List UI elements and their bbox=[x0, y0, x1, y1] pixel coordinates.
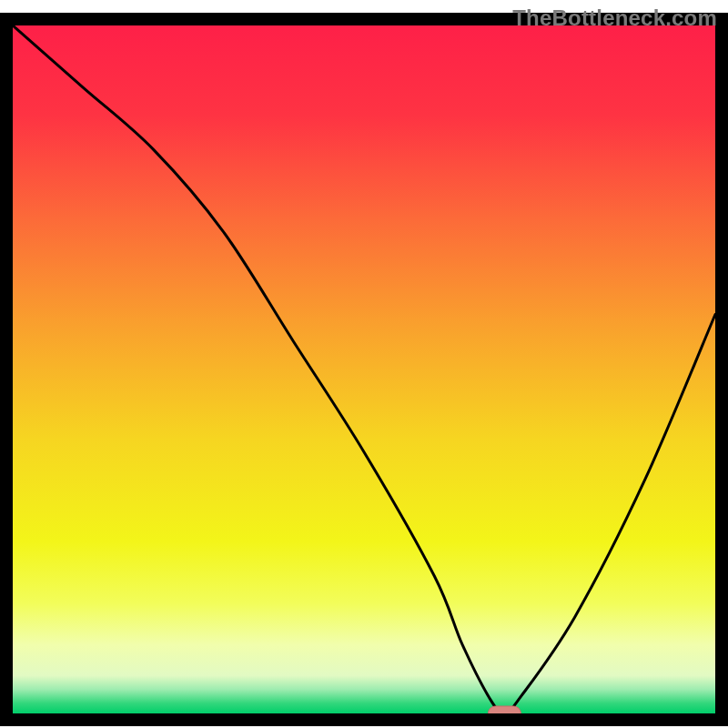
plot-gradient-background bbox=[13, 25, 715, 713]
watermark-text: TheBottleneck.com bbox=[512, 5, 717, 31]
chart-canvas: TheBottleneck.com bbox=[0, 0, 728, 728]
bottleneck-chart bbox=[0, 0, 728, 728]
